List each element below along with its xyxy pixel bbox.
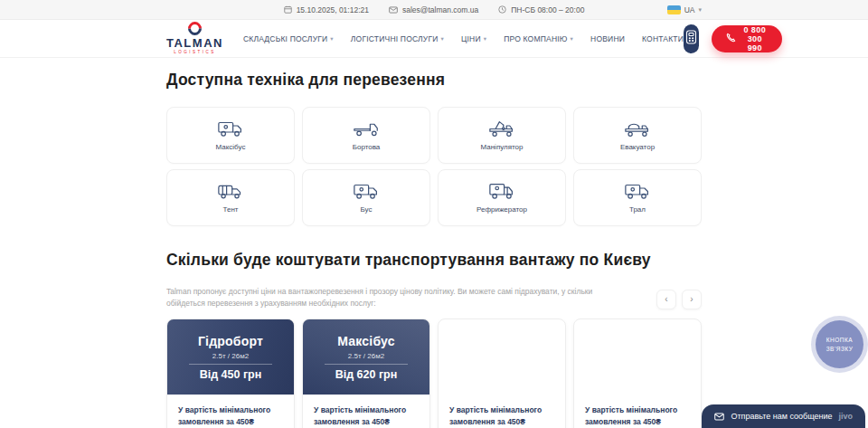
vehicle-label: Евакуатор	[620, 143, 655, 151]
price-card-note: У вартість мінімального замовлення за 45…	[303, 395, 429, 428]
nav-item-1[interactable]: ЛОГІСТИЧНІ ПОСЛУГИ ▾	[351, 34, 444, 43]
language-selector[interactable]: UA ▾	[667, 0, 702, 20]
price-card-title: Гідроборт	[198, 334, 263, 348]
price-card-spec: 2.5т / 26м2	[348, 352, 384, 360]
vehicle-label: Бус	[361, 205, 373, 214]
divider	[325, 364, 408, 365]
calendar-icon	[284, 5, 292, 14]
phone-button[interactable]: 0 800 300 990	[712, 25, 782, 52]
vehicle-label: Маніпулятор	[480, 143, 523, 151]
vehicles-grid: Максібус Бортова Маніпулятор Евакуатор Т…	[166, 107, 702, 226]
top-info-bar: 15.10.2025, 01:12:21 sales@talman.com.ua…	[0, 0, 868, 20]
logo-title: TALMAN	[166, 37, 223, 49]
callback-button[interactable]: КНОПКА ЗВ'ЯЗКУ	[816, 320, 863, 368]
jivo-brand: jivo	[838, 412, 853, 421]
nav-item-5[interactable]: КОНТАКТИ	[642, 34, 684, 43]
vehicle-card[interactable]: Евакуатор	[573, 107, 702, 164]
vehicle-card[interactable]: Бус	[302, 169, 430, 226]
language-code: UA	[684, 5, 695, 14]
datetime-text: 15.10.2025, 01:12:21	[297, 5, 369, 14]
vehicles-section: Доступна техніка для перевезення Максібу…	[166, 58, 702, 226]
price-card-price: Від 1400 грн	[603, 368, 672, 381]
price-cards-grid: Гідроборт 2.5т / 26м2 Від 450 грн У варт…	[166, 319, 702, 428]
vehicle-card[interactable]: Маніпулятор	[438, 107, 566, 164]
nav-item-label: КОНТАКТИ	[642, 34, 684, 43]
vehicle-label: Тент	[223, 205, 239, 214]
price-card-title: Причіп вантажний	[579, 334, 696, 348]
price-card-spec: 2.5т / 26м2	[212, 352, 249, 360]
price-card-image: Причіп вантажний 6т / 48м2 Від 1400 грн	[574, 319, 701, 395]
nav-item-4[interactable]: НОВИНИ	[590, 34, 625, 43]
envelope-icon	[389, 6, 398, 14]
price-card[interactable]: Максібус 2.5т / 26м2 Від 620 грн У варті…	[302, 319, 430, 428]
nav-item-3[interactable]: ПРО КОМПАНІЮ ▾	[504, 34, 573, 43]
working-hours: ПН-СБ 08:00 – 20:00	[498, 5, 584, 14]
carousel-prev-button[interactable]: ‹	[656, 290, 676, 309]
price-card-price: Від 450 грн	[200, 368, 262, 381]
chevron-down-icon: ▾	[698, 6, 702, 14]
email-link[interactable]: sales@talman.com.ua	[389, 5, 478, 14]
nav-menu: СКЛАДСЬКІ ПОСЛУГИ ▾ ЛОГІСТИЧНІ ПОСЛУГИ ▾…	[243, 34, 684, 43]
hours-text: ПН-СБ 08:00 – 20:00	[511, 5, 584, 14]
price-card[interactable]: Причіп вантажний 6т / 48м2 Від 1400 грн …	[573, 319, 702, 428]
nav-item-label: ЦІНИ	[461, 34, 481, 43]
phone-number: 0 800 300 990	[741, 25, 768, 52]
tow-truck-icon	[624, 119, 651, 138]
chat-envelope-icon	[714, 408, 724, 424]
chevron-right-icon: ›	[690, 295, 693, 304]
nav-item-label: ПРО КОМПАНІЮ	[504, 34, 567, 43]
price-card[interactable]: Гідроборт 2.5т / 26м2 Від 450 грн У варт…	[166, 319, 295, 428]
price-card-spec: 1 людина	[486, 352, 517, 360]
box-truck-icon	[353, 182, 380, 201]
nav-item-2[interactable]: ЦІНИ ▾	[461, 34, 486, 43]
tent-truck-icon	[217, 182, 244, 201]
logo-emblem-icon	[185, 19, 204, 38]
price-card-price: Від 620 грн	[335, 368, 398, 381]
vehicle-card[interactable]: Бортова	[302, 107, 430, 164]
datetime-display: 15.10.2025, 01:12:21	[284, 5, 369, 14]
vehicle-card[interactable]: Рефрижератор	[438, 169, 566, 226]
box-truck-icon	[217, 119, 244, 138]
logo-subtitle: LOGISTICS	[174, 51, 216, 55]
ukraine-flag-icon	[667, 5, 681, 14]
callback-label: КНОПКА ЗВ'ЯЗКУ	[821, 336, 858, 354]
divider	[460, 364, 543, 365]
nav-item-0[interactable]: СКЛАДСЬКІ ПОСЛУГИ ▾	[243, 34, 334, 43]
price-card-title: Максібус	[337, 334, 394, 348]
chevron-down-icon: ▾	[484, 35, 486, 43]
chevron-down-icon: ▾	[330, 35, 333, 43]
nav-item-label: СКЛАДСЬКІ ПОСЛУГИ	[243, 34, 327, 43]
pricing-section-title: Скільки буде коштувати транспортування в…	[166, 251, 702, 270]
phone-icon	[726, 33, 736, 44]
talman-logo[interactable]: TALMAN LOGISTICS	[166, 22, 223, 55]
chevron-down-icon: ▾	[441, 35, 444, 43]
vehicle-card[interactable]: Максібус	[166, 107, 295, 164]
chat-widget-bar[interactable]: Отправьте нам сообщение jivo	[702, 404, 865, 428]
price-card-spec: 6т / 48м2	[622, 352, 653, 360]
calculator-icon	[685, 30, 697, 47]
main-navigation: TALMAN LOGISTICS СКЛАДСЬКІ ПОСЛУГИ ▾ ЛОГ…	[0, 20, 868, 58]
chevron-left-icon: ‹	[665, 295, 667, 304]
chat-label: Отправьте нам сообщение	[731, 412, 832, 421]
price-card[interactable]: Вантажники 1 людина Від 240 грн У вартіс…	[438, 319, 566, 428]
nav-item-label: ЛОГІСТИЧНІ ПОСЛУГИ	[351, 34, 439, 43]
fridge-truck-icon	[488, 182, 515, 201]
price-card-image: Гідроборт 2.5т / 26м2 Від 450 грн	[167, 319, 294, 395]
pricing-section: Скільки буде коштувати транспортування в…	[166, 226, 702, 428]
price-card-image: Вантажники 1 людина Від 240 грн	[439, 319, 565, 395]
vehicle-card[interactable]: Трал	[573, 169, 702, 226]
flatbed-truck-icon	[353, 119, 380, 138]
divider	[189, 364, 272, 365]
clock-icon	[498, 5, 506, 14]
carousel-next-button[interactable]: ›	[682, 290, 702, 309]
price-card-note: У вартість мінімального замовлення за 45…	[574, 395, 701, 428]
crane-truck-icon	[488, 119, 515, 138]
price-card-title: Вантажники	[463, 334, 541, 348]
vehicle-card[interactable]: Тент	[166, 169, 295, 226]
vehicle-label: Трал	[629, 205, 646, 214]
box-truck-icon	[624, 182, 651, 201]
divider	[596, 364, 679, 365]
vehicle-label: Максібус	[216, 143, 246, 151]
chevron-down-icon: ▾	[571, 35, 573, 43]
calculator-button[interactable]	[684, 24, 699, 53]
